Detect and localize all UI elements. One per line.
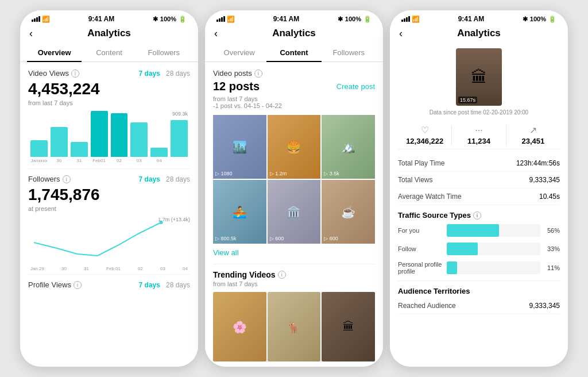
traffic-foryou-label: For you	[398, 227, 447, 234]
trending-thumb-2[interactable]: 🦌	[268, 292, 321, 361]
video-count-6: ▷ 600	[324, 236, 338, 241]
create-post-button[interactable]: Create post	[336, 82, 375, 91]
tab-followers-2[interactable]: Followers	[322, 44, 376, 61]
stat-comments: ··· 11,234	[451, 125, 505, 145]
tabs-2: Overview Content Followers	[205, 44, 383, 62]
bar-5	[111, 113, 128, 157]
page-title-3: Analytics	[457, 28, 501, 39]
signal-icon	[32, 16, 40, 22]
video-posts-info-icon[interactable]: i	[254, 70, 262, 78]
video-thumb-2[interactable]: 🍔 ▷ 1.2m	[268, 115, 321, 179]
avg-watch-time-value: 10.45s	[539, 193, 560, 201]
phones-container: 📶 9:41 AM ✱ 100% 🔋 ‹ Analytics Overview …	[0, 0, 588, 377]
status-left-1: 📶	[32, 16, 50, 23]
posts-count: 12 posts	[213, 80, 260, 93]
bluetooth-icon-3: ✱	[523, 16, 528, 23]
status-right-2: ✱ 100% 🔋	[338, 16, 372, 23]
signal-icon-2	[216, 16, 225, 22]
profile-views-28days[interactable]: 28 days	[166, 281, 190, 289]
video-views-7days[interactable]: 7 days	[139, 70, 160, 78]
tab-content-2[interactable]: Content	[266, 44, 321, 61]
traffic-foryou-bar	[447, 224, 499, 237]
divider-4	[398, 280, 560, 281]
video-views-28days[interactable]: 28 days	[166, 70, 190, 78]
trending-thumb-3[interactable]: 🏛	[322, 292, 375, 361]
traffic-personal-bar	[447, 261, 457, 274]
status-left-2: 📶	[216, 16, 235, 23]
total-play-time-label: Total Play Time	[398, 159, 444, 167]
profile-views-7days[interactable]: 7 days	[139, 281, 160, 289]
traffic-foryou: For you 56%	[398, 224, 560, 237]
trending-thumb-1[interactable]: 🌸	[213, 292, 266, 361]
phone-header-3: ‹ Analytics	[390, 25, 568, 44]
trending-title: Trending Videos	[213, 270, 276, 279]
status-bar-1: 📶 9:41 AM ✱ 100% 🔋	[20, 10, 198, 25]
data-since-label: Data since post time 02-20-2019 20:00	[398, 109, 560, 116]
video-thumb-4[interactable]: 🚣 ▷ 800.5k	[213, 180, 266, 244]
phone-header-1: ‹ Analytics	[20, 25, 198, 44]
video-count-3: ▷ 3.5k	[324, 171, 339, 176]
bar-3	[71, 142, 88, 157]
video-posts-label: Video posts i	[213, 69, 262, 78]
bar-2	[51, 127, 68, 157]
tab-followers-1[interactable]: Followers	[137, 44, 191, 61]
battery-label-2: 100%	[345, 16, 361, 22]
back-button-1[interactable]: ‹	[29, 28, 33, 40]
total-play-time-row: Total Play Time 123h:44m:56s	[398, 155, 560, 172]
followers-28days[interactable]: 28 days	[166, 175, 190, 183]
video-views-number: 4,453,224	[28, 80, 190, 98]
followers-chart: 1.7m (+13.4k) Jan 29 30 31 Feb 01 02 03 …	[28, 217, 190, 268]
traffic-personal-bar-bg	[447, 261, 540, 274]
video-thumbnail-large[interactable]: 🏛 15.67s	[456, 48, 502, 106]
video-thumb-6[interactable]: ☕ ▷ 600	[322, 180, 375, 244]
followers-info-icon[interactable]: i	[63, 175, 71, 183]
video-thumb-1[interactable]: 🏙️ ▷ 1080	[213, 115, 266, 179]
followers-sublabel: at present	[28, 205, 190, 212]
video-count-4: ▷ 800.5k	[215, 236, 237, 241]
traffic-follow: Follow 33%	[398, 243, 560, 255]
traffic-info-icon[interactable]: i	[473, 211, 481, 220]
traffic-title: Traffic Source Types i	[398, 211, 560, 220]
back-button-2[interactable]: ‹	[214, 28, 218, 40]
view-all-button[interactable]: View all	[213, 248, 375, 257]
tab-content-1[interactable]: Content	[82, 44, 136, 61]
video-posts-header: Video posts i	[213, 69, 375, 78]
bar-chart-top-label: 909.3k	[172, 111, 188, 117]
followers-number: 1,745,876	[28, 186, 190, 204]
profile-views-time-filters: 7 days 28 days	[139, 281, 190, 289]
total-play-time-value: 123h:44m:56s	[516, 159, 560, 167]
bar-8	[171, 120, 188, 157]
traffic-section: Traffic Source Types i For you 56% Follo…	[398, 211, 560, 275]
profile-views-info-icon[interactable]: i	[74, 281, 82, 289]
video-thumb-5[interactable]: 🏛️ ▷ 600	[268, 180, 321, 244]
page-title-2: Analytics	[272, 28, 316, 39]
total-views-value: 9,333,345	[529, 176, 560, 184]
followers-7days[interactable]: 7 days	[139, 175, 160, 183]
traffic-follow-pct: 33%	[544, 245, 560, 252]
line-chart-labels: Jan 29 30 31 Feb 01 02 03 04	[28, 266, 190, 271]
video-thumb-3[interactable]: 🏔️ ▷ 3.5k	[322, 115, 375, 179]
avg-watch-time-row: Average Watch Time 10.45s	[398, 188, 560, 205]
video-count-2: ▷ 1.2m	[270, 171, 287, 176]
followers-time-filters: 7 days 28 days	[139, 175, 190, 183]
audience-section: Audience Territories Reached Audience 9,…	[398, 280, 560, 314]
status-time-3: 9:41 AM	[458, 15, 485, 23]
bar-6	[130, 122, 148, 157]
back-button-3[interactable]: ‹	[399, 28, 403, 40]
audience-title: Audience Territories	[398, 287, 560, 295]
phone-content: 📶 9:41 AM ✱ 100% 🔋 ‹ Analytics Overview …	[205, 10, 383, 367]
wifi-icon-3: 📶	[412, 16, 420, 23]
video-duration: 15.67s	[458, 97, 477, 103]
tab-overview-1[interactable]: Overview	[27, 44, 82, 61]
status-right-1: ✱ 100% 🔋	[153, 16, 187, 23]
total-views-label: Total Views	[398, 176, 432, 184]
trending-grid: 🌸 🦌 🏛	[213, 292, 375, 361]
video-views-info-icon[interactable]: i	[71, 70, 79, 78]
bar-7	[150, 148, 168, 157]
tab-overview-2[interactable]: Overview	[212, 44, 266, 61]
trending-info-icon[interactable]: i	[278, 271, 286, 279]
bar-1	[30, 140, 48, 157]
video-views-time-filters: 7 days 28 days	[139, 70, 190, 78]
trending-sub: from last 7 days	[213, 280, 375, 287]
phone-content-3: 🏛 15.67s Data since post time 02-20-2019…	[390, 44, 568, 367]
